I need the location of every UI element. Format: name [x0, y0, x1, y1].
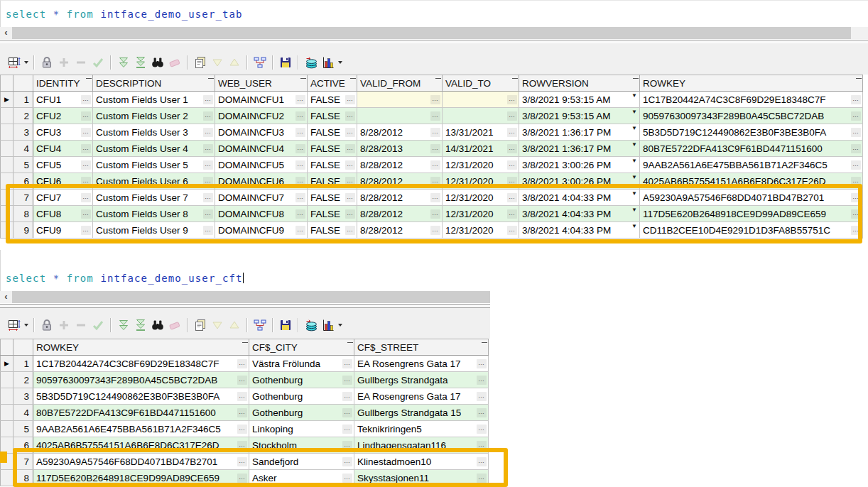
ellipsis-button[interactable]: … [477, 457, 487, 466]
ellipsis-button[interactable]: … [81, 95, 91, 104]
export-button[interactable] [303, 317, 319, 334]
cell-rowversion[interactable]: 3/8/2021 4:04:33 PM▼ [519, 222, 640, 239]
column-grip-icon[interactable] [856, 78, 862, 79]
ellipsis-button[interactable]: … [345, 160, 355, 170]
column-grip-icon[interactable] [512, 78, 518, 79]
column-header-description[interactable]: DESCRIPTION [93, 75, 215, 92]
ellipsis-button[interactable]: … [507, 95, 517, 104]
cell-valid_to[interactable]: 14/31/2021… [443, 141, 519, 157]
ellipsis-button[interactable]: … [342, 408, 352, 417]
row-number[interactable]: 3 [13, 388, 33, 405]
ellipsis-button[interactable]: … [507, 226, 517, 235]
ellipsis-button[interactable]: … [430, 177, 440, 186]
cell-identity[interactable]: CFU3… [33, 124, 93, 141]
cell-identity[interactable]: CFU1… [33, 92, 93, 108]
cell-identity[interactable]: CFU6… [33, 173, 93, 190]
row-number[interactable]: 8 [13, 206, 33, 222]
ellipsis-button[interactable]: … [507, 177, 517, 186]
ellipsis-button[interactable]: … [507, 144, 517, 153]
ellipsis-button[interactable]: … [81, 128, 91, 137]
cell-rowversion[interactable]: 3/8/2021 9:53:15 AM▼ [519, 108, 640, 124]
cell-cf$_street[interactable]: Skysstasjonen11… [354, 470, 489, 486]
ellipsis-button[interactable]: … [295, 226, 305, 235]
query-plan-button[interactable] [252, 317, 268, 334]
ellipsis-button[interactable]: … [237, 392, 247, 401]
ellipsis-button[interactable]: … [81, 209, 91, 219]
cell-valid_to[interactable]: … [443, 92, 519, 108]
dropdown-button[interactable]: ▼ [631, 125, 637, 131]
cell-identity[interactable]: CFU9… [33, 222, 93, 239]
row-number[interactable]: 5 [13, 157, 33, 173]
ellipsis-button[interactable]: … [851, 95, 861, 104]
ellipsis-button[interactable]: … [295, 209, 305, 219]
ellipsis-button[interactable]: … [477, 392, 487, 401]
ellipsis-button[interactable]: … [477, 425, 487, 434]
ellipsis-button[interactable]: … [851, 226, 861, 235]
cell-cf$_city[interactable]: Linkoping… [249, 421, 354, 437]
ellipsis-button[interactable]: … [345, 193, 355, 202]
ellipsis-button[interactable]: … [430, 128, 440, 137]
fetch-all-button[interactable] [133, 54, 148, 71]
find-button[interactable] [150, 54, 166, 71]
ellipsis-button[interactable]: … [81, 160, 91, 170]
cell-valid_to[interactable]: 12/31/2020… [443, 190, 519, 206]
cell-active[interactable]: FALSE… [308, 124, 357, 141]
chart-button[interactable] [320, 317, 343, 334]
cell-rowkey[interactable]: 1C17B20442A74C3C8F69D29E18348C7F… [33, 356, 249, 372]
row-number[interactable]: 1 [13, 356, 33, 372]
ellipsis-button[interactable]: … [237, 408, 247, 417]
cell-cf$_street[interactable]: EA Rosengrens Gata 17… [354, 356, 489, 372]
ellipsis-button[interactable]: … [342, 457, 352, 466]
ellipsis-button[interactable]: … [851, 111, 861, 121]
cell-active[interactable]: FALSE… [308, 222, 357, 239]
ellipsis-button[interactable]: … [507, 111, 517, 121]
column-header-cf$_city[interactable]: CF$_CITY [249, 339, 354, 356]
chevron-down-icon[interactable] [338, 324, 342, 327]
cell-cf$_street[interactable]: Gullbergs Strandgata 15… [354, 405, 489, 421]
ellipsis-button[interactable]: … [345, 144, 355, 153]
column-grip-icon[interactable] [300, 78, 306, 79]
cell-valid_to[interactable]: 12/31/2020… [443, 222, 519, 239]
ellipsis-button[interactable]: … [203, 226, 213, 235]
lock-button[interactable] [39, 317, 55, 334]
sql-editor-bottom[interactable]: select * from intface_demo_user_cft [0, 250, 490, 291]
cell-cf$_street[interactable]: Teknikriringen5… [354, 421, 489, 437]
ellipsis-button[interactable]: … [203, 128, 213, 137]
cell-valid_from[interactable]: 8/28/2012… [357, 157, 443, 173]
cell-description[interactable]: Custom Fields User 5… [93, 157, 215, 173]
cell-rowkey[interactable]: 117D5E620B2648918CE9D99AD89CE659… [640, 206, 863, 222]
cell-web_user[interactable]: DOMAIN\CFU2… [215, 108, 308, 124]
cell-cf$_city[interactable]: Stockholm… [249, 437, 354, 454]
cell-rowversion[interactable]: 3/8/2021 3:00:26 PM▼ [519, 173, 640, 190]
cell-rowversion[interactable]: 3/8/2021 9:53:15 AM▼ [519, 92, 640, 108]
cell-description[interactable]: Custom Fields User 4… [93, 141, 215, 157]
cell-web_user[interactable]: DOMAIN\CFU6… [215, 173, 308, 190]
ellipsis-button[interactable]: … [237, 376, 247, 385]
ellipsis-button[interactable]: … [430, 160, 440, 170]
cell-web_user[interactable]: DOMAIN\CFU8… [215, 206, 308, 222]
cell-description[interactable]: Custom Fields User 7… [93, 190, 215, 206]
cell-identity[interactable]: CFU5… [33, 157, 93, 173]
cell-rowkey[interactable]: 9AAB2A561A6E475BBA561B71A2F346C5… [33, 421, 249, 437]
cell-rowversion[interactable]: 3/8/2021 4:04:33 PM▼ [519, 190, 640, 206]
cell-rowkey[interactable]: 5B3D5D719C124490862E3B0F3BE3B0FA… [640, 124, 863, 141]
ellipsis-button[interactable]: … [345, 226, 355, 235]
grid-view-button[interactable] [6, 317, 29, 334]
cell-rowkey[interactable]: 4025AB6B57554151A6B6E8D6C317E26D… [33, 437, 249, 454]
column-grip-icon[interactable] [347, 342, 353, 343]
ellipsis-button[interactable]: … [430, 95, 440, 104]
column-header-cf$_street[interactable]: CF$_STREET [354, 339, 489, 356]
ellipsis-button[interactable]: … [342, 359, 352, 368]
dropdown-button[interactable]: ▼ [631, 207, 637, 213]
ellipsis-button[interactable]: … [477, 441, 487, 450]
cell-valid_from[interactable]: … [357, 92, 443, 108]
column-header-active[interactable]: ACTIVE [308, 75, 357, 92]
ellipsis-button[interactable]: … [237, 474, 247, 483]
grid-view-button[interactable] [6, 54, 29, 71]
ellipsis-button[interactable]: … [851, 177, 861, 186]
ellipsis-button[interactable]: … [81, 144, 91, 153]
ellipsis-button[interactable]: … [342, 474, 352, 483]
cell-rowkey[interactable]: 90597630097343F289B0A45C5BC72DAB… [33, 372, 249, 388]
ellipsis-button[interactable]: … [507, 128, 517, 137]
fetch-all-button[interactable] [133, 317, 148, 334]
